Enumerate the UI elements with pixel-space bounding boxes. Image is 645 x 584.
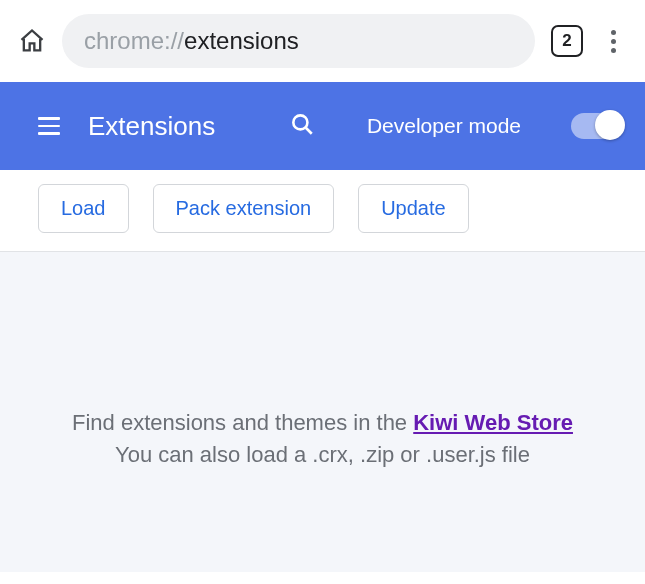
page-title: Extensions — [88, 111, 215, 142]
svg-point-0 — [293, 115, 307, 129]
developer-mode-label: Developer mode — [367, 114, 521, 138]
pack-extension-button[interactable]: Pack extension — [153, 184, 335, 233]
load-button[interactable]: Load — [38, 184, 129, 233]
omnibox-path: extensions — [184, 27, 299, 55]
home-icon[interactable] — [18, 27, 46, 55]
search-icon[interactable] — [289, 111, 315, 141]
svg-line-1 — [306, 128, 312, 134]
update-button[interactable]: Update — [358, 184, 469, 233]
tab-count: 2 — [562, 31, 571, 51]
omnibox-scheme: chrome:// — [84, 27, 184, 55]
web-store-link[interactable]: Kiwi Web Store — [413, 410, 573, 435]
empty-state-line2: You can also load a .crx, .zip or .user.… — [0, 439, 645, 471]
app-header: Extensions Developer mode — [0, 82, 645, 170]
action-toolbar: Load Pack extension Update — [0, 170, 645, 251]
developer-mode-toggle[interactable] — [571, 113, 623, 139]
omnibox[interactable]: chrome://extensions — [62, 14, 535, 68]
menu-icon[interactable] — [38, 117, 60, 135]
browser-toolbar: chrome://extensions 2 — [0, 0, 645, 82]
empty-state: Find extensions and themes in the Kiwi W… — [0, 252, 645, 572]
empty-state-line1: Find extensions and themes in the Kiwi W… — [0, 407, 645, 439]
tab-count-button[interactable]: 2 — [551, 25, 583, 57]
overflow-menu-icon[interactable] — [599, 30, 627, 53]
